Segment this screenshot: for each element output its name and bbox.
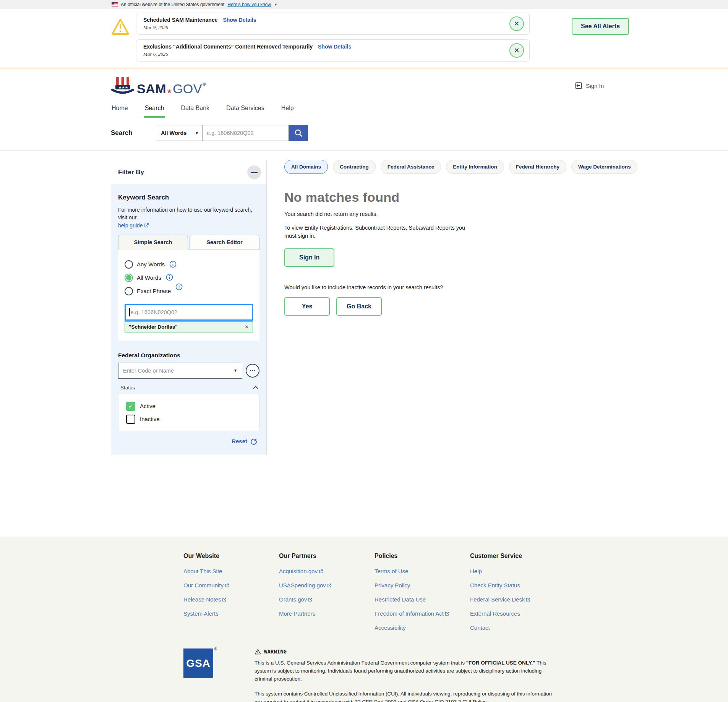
info-icon[interactable] [169, 261, 177, 268]
warning-text: This is a U.S. General Services Administ… [255, 660, 466, 666]
info-icon[interactable] [166, 274, 173, 281]
footer-link-acquisition-gov[interactable]: Acquisition.gov [279, 568, 375, 574]
footer-link-more-partners[interactable]: More Partners [279, 610, 375, 617]
search-mode-select[interactable]: All Words ▼ [156, 125, 203, 141]
footer-link-about-this-site[interactable]: About This Site [183, 568, 279, 574]
sign-in-label: Sign In [586, 83, 604, 89]
exact-phrase-radio[interactable] [125, 287, 133, 295]
alert-date: Mar 6, 2026 [143, 51, 509, 57]
external-link-icon [327, 583, 332, 588]
all-words-radio[interactable] [125, 274, 133, 282]
site-header: ★★★ SAM★GOV® Sign In [0, 68, 728, 99]
yes-button[interactable]: Yes [284, 297, 330, 316]
footer-link-check-entity-status[interactable]: Check Entity Status [470, 582, 566, 589]
federal-organizations-select[interactable]: Enter Code or Name ▼ [118, 363, 242, 379]
pill-wage-determinations[interactable]: Wage Determinations [571, 160, 638, 174]
no-matches-title: No matches found [284, 190, 663, 205]
search-bar-label: Search [111, 129, 156, 137]
filter-title: Filter By [118, 169, 144, 176]
footer-link-release-notes[interactable]: Release Notes [183, 596, 279, 603]
active-checkbox[interactable]: ✓ [126, 402, 135, 411]
search-input[interactable] [203, 125, 289, 141]
footer-link-privacy-policy[interactable]: Privacy Policy [375, 582, 470, 589]
alert-close-button[interactable]: ✕ [509, 43, 524, 58]
sign-in-button[interactable]: Sign In [284, 248, 334, 267]
see-all-alerts-button[interactable]: See All Alerts [572, 18, 629, 35]
show-details-link[interactable]: Show Details [318, 44, 351, 50]
search-submit-button[interactable] [289, 125, 308, 141]
footer-link-label: Acquisition.gov [279, 568, 318, 574]
nav-item-help[interactable]: Help [280, 99, 295, 118]
checkbox-label: Active [140, 403, 156, 409]
how-you-know-link[interactable]: Here's how you know [227, 2, 271, 7]
chip-remove-icon[interactable]: ✕ [245, 324, 249, 330]
radio-row-exact-phrase: Exact Phrase [125, 287, 253, 295]
pill-all-domains[interactable]: All Domains [284, 160, 328, 174]
brand-sam: SAM [137, 82, 166, 95]
tab-search-editor[interactable]: Search Editor [190, 235, 259, 250]
include-inactive-question: Would you like to include inactive recor… [284, 284, 663, 290]
alert-title: Scheduled SAM Maintenance [143, 17, 217, 23]
footer-link-label: USASpending.gov [279, 582, 326, 589]
footer-link-help[interactable]: Help [470, 568, 566, 574]
reset-icon[interactable] [250, 438, 257, 445]
federal-organizations-row: Enter Code or Name ▼ ··· [118, 363, 259, 379]
registered-mark: ® [214, 647, 217, 651]
footer-link-federal-service-desk[interactable]: Federal Service Desk [470, 596, 566, 603]
warning-triangle-icon [255, 649, 261, 655]
status-option-inactive: Inactive [126, 415, 254, 424]
footer-columns: Our Website About This Site Our Communit… [183, 553, 728, 639]
reset-link[interactable]: Reset [232, 438, 247, 444]
footer-link-usaspending-gov[interactable]: USASpending.gov [279, 582, 375, 589]
pill-federal-hierarchy[interactable]: Federal Hierarchy [509, 160, 566, 174]
federal-organizations-placeholder: Enter Code or Name [123, 368, 174, 374]
yes-goback-row: Yes Go Back [284, 297, 663, 316]
footer-link-our-community[interactable]: Our Community [183, 582, 279, 589]
sam-hat-icon: ★★★ [111, 76, 135, 95]
keyword-chip-text: "Schneider Dorilas" [129, 324, 178, 330]
main-content: Filter By Keyword Search For more inform… [0, 151, 728, 537]
simple-search-panel: Any Words All Words Exact Phrase [118, 250, 259, 340]
go-back-button[interactable]: Go Back [336, 297, 382, 316]
footer-heading: Policies [375, 553, 470, 559]
nav-item-data-bank[interactable]: Data Bank [180, 99, 210, 118]
footer-link-foia[interactable]: Freedom of Information Act [375, 610, 470, 617]
radio-row-all-words: All Words [125, 274, 253, 282]
radio-label: Any Words [137, 261, 165, 268]
alert-close-button[interactable]: ✕ [509, 16, 524, 31]
tab-simple-search[interactable]: Simple Search [118, 235, 188, 250]
footer-link-accessibility[interactable]: Accessibility [375, 624, 470, 631]
nav-item-data-services[interactable]: Data Services [225, 99, 265, 118]
chevron-up-icon[interactable] [253, 386, 259, 389]
more-options-button[interactable]: ··· [246, 364, 259, 378]
show-details-link[interactable]: Show Details [223, 17, 256, 23]
alert-card-maintenance: Scheduled SAM Maintenance Show Details M… [136, 13, 530, 35]
footer-link-restricted-data-use[interactable]: Restricted Data Use [375, 596, 470, 603]
footer-link-terms-of-use[interactable]: Terms of Use [375, 568, 470, 574]
alert-date: Mar 9, 2026 [143, 24, 509, 31]
footer-link-label: Our Community [183, 582, 224, 589]
keyword-input[interactable]: e.g. 1606N020Q02 [125, 304, 253, 321]
footer-link-grants-gov[interactable]: Grants.gov [279, 596, 375, 603]
collapse-filters-button[interactable] [247, 165, 261, 179]
pill-entity-information[interactable]: Entity Information [446, 160, 504, 174]
footer-col-policies: Policies Terms of Use Privacy Policy Res… [375, 553, 470, 639]
nav-item-search[interactable]: Search [144, 99, 165, 118]
footer-link-external-resources[interactable]: External Resources [470, 610, 566, 617]
alert-text: Exclusions “Additional Comments” Content… [143, 44, 509, 57]
help-guide-link[interactable]: help guide [118, 222, 143, 229]
info-icon[interactable] [175, 283, 183, 290]
footer-link-system-alerts[interactable]: System Alerts [183, 610, 279, 617]
pill-contracting[interactable]: Contracting [333, 160, 376, 174]
any-words-radio[interactable] [125, 260, 133, 269]
inactive-checkbox[interactable] [126, 415, 135, 424]
footer-link-contact[interactable]: Contact [470, 624, 566, 631]
sign-in-link[interactable]: Sign In [574, 81, 604, 90]
nav-item-home[interactable]: Home [111, 99, 129, 118]
pill-federal-assistance[interactable]: Federal Assistance [381, 160, 441, 174]
filter-header: Filter By [111, 160, 266, 184]
sam-gov-logo[interactable]: ★★★ SAM★GOV® [111, 76, 206, 95]
warning-heading: WARNING [255, 648, 556, 655]
registered-mark: ® [203, 82, 206, 86]
radio-label: Exact Phrase [137, 288, 171, 294]
